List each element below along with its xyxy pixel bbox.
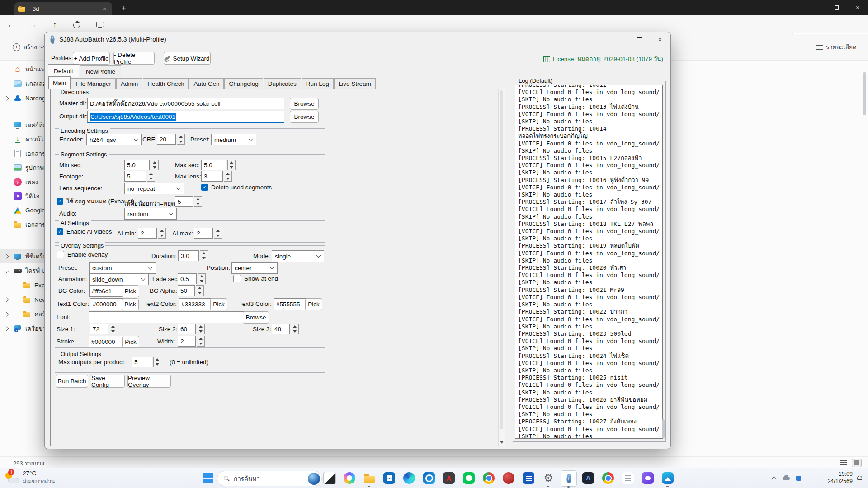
audio-select[interactable]: random (124, 208, 177, 220)
purple-app-icon[interactable] (640, 470, 656, 486)
browse-output-button[interactable]: Browse (290, 111, 319, 123)
log-scrollbar-thumb[interactable] (662, 419, 665, 438)
new-item-button[interactable]: + สร้าง (9, 39, 47, 55)
app-titlebar[interactable]: SJ88 AutoBatch v26.5.3 (Multi-Profile) –… (45, 32, 670, 47)
section-tab[interactable]: Admin (116, 78, 142, 89)
explorer-scrollbar[interactable] (863, 66, 866, 454)
remain-spinner[interactable]: 5 (175, 196, 202, 207)
onedrive-tray-icon[interactable] (783, 477, 790, 480)
position-select[interactable]: center (231, 262, 278, 274)
thumbnail-view-icon[interactable] (852, 459, 862, 467)
text3-pick-button[interactable]: Pick (305, 298, 322, 310)
size1-spinner[interactable]: 72 (90, 324, 117, 334)
red-circle-app-icon[interactable] (501, 470, 516, 486)
chrome-icon[interactable] (481, 470, 496, 486)
up-icon[interactable]: ↑ (48, 19, 61, 31)
delete-profile-button[interactable]: - Delete Profile (113, 52, 155, 65)
explorer-tab[interactable]: 3d × (14, 2, 112, 15)
sidebar-item[interactable]: พีซีเครื่อ (0, 249, 45, 263)
sidebar-item[interactable]: วิดิโอ (0, 189, 45, 204)
list-view-icon[interactable] (839, 459, 848, 466)
font-input[interactable] (89, 311, 245, 323)
explorer-minimize-button[interactable]: – (806, 0, 826, 15)
text1-color-input[interactable]: #000000 (90, 298, 123, 310)
preview-overlay-button[interactable]: Preview Overlay (127, 375, 171, 388)
sidebar-item[interactable]: เอกสาร (0, 218, 45, 232)
max-outputs-spinner[interactable]: 5 (132, 357, 161, 367)
dark-a-app-icon[interactable] (580, 470, 596, 486)
stroke-width-spinner[interactable]: 2 (178, 336, 205, 347)
footage-spinner[interactable]: 5 (124, 171, 155, 182)
expand-chevron-icon[interactable] (5, 312, 9, 317)
scroll-down-icon[interactable] (500, 441, 504, 444)
section-tab[interactable]: Live Stream (334, 78, 376, 89)
outlook-icon[interactable] (421, 470, 437, 486)
app-close-button[interactable]: × (650, 32, 670, 47)
sidebar-item[interactable]: Expor (0, 278, 45, 292)
details-view-button[interactable]: รายละเอียด (816, 40, 857, 54)
expand-chevron-icon[interactable] (5, 254, 9, 259)
word-icon[interactable] (521, 470, 536, 486)
sidebar-item[interactable]: เดสก์ท็อ (0, 118, 45, 132)
file-explorer-icon[interactable] (362, 470, 377, 486)
sidebar-item[interactable]: รูปภาพ (0, 161, 45, 175)
expand-chevron-icon[interactable] (5, 298, 9, 302)
refresh-icon[interactable] (70, 19, 83, 31)
explorer-close-button[interactable]: × (847, 0, 868, 15)
app-maximize-button[interactable] (629, 32, 650, 47)
sidebar-item[interactable]: NewC (0, 292, 45, 307)
explorer-restore-button[interactable] (826, 0, 847, 15)
section-tab[interactable]: Health Check (143, 78, 189, 89)
edge-icon[interactable] (401, 470, 417, 486)
text3-color-input[interactable]: #555555 (274, 298, 307, 310)
photos-app-icon[interactable] (660, 470, 675, 486)
mode-select[interactable]: single (272, 250, 324, 262)
sidebar-item[interactable]: เพลง (0, 175, 45, 189)
text2-color-input[interactable]: #333333 (179, 298, 212, 310)
bg-alpha-spinner[interactable]: 50 (178, 285, 204, 296)
scrollbar-thumb[interactable] (500, 90, 503, 429)
app-minimize-button[interactable]: – (608, 32, 629, 47)
taskbar-search-input[interactable]: การค้นหา (217, 471, 322, 486)
sidebar-item[interactable]: หน้าแรก (0, 62, 45, 76)
notes-app-icon[interactable] (620, 470, 636, 486)
stroke-color-input[interactable]: #000000 (89, 336, 124, 347)
bg-color-pick-button[interactable]: Pick (122, 285, 139, 297)
show-at-end-checkbox[interactable]: Show at end (233, 275, 278, 282)
size3-spinner[interactable]: 48 (272, 324, 299, 334)
encode-preset-select[interactable]: medium (211, 134, 256, 145)
expand-chevron-icon[interactable] (5, 327, 9, 331)
panel-scrollbar[interactable] (498, 89, 505, 446)
sidebar-item[interactable]: คอร์สติ๊ (0, 307, 45, 321)
fade-spinner[interactable]: 0.5 (178, 273, 206, 284)
section-tab[interactable]: Main (48, 76, 71, 89)
black-white-square-icon[interactable] (322, 470, 337, 486)
expand-chevron-icon[interactable] (5, 96, 9, 101)
exhaust-checkbox[interactable]: ✓ใช้ seg จนหมด (Exhaust) (57, 196, 134, 206)
font-browse-button[interactable]: Browse (243, 311, 269, 324)
autobatch-feather-icon[interactable] (561, 470, 577, 487)
tray-app-icon[interactable] (796, 476, 801, 481)
sidebar-item[interactable]: ดาวน์โห (0, 132, 45, 147)
master-dir-input[interactable]: D:/คอร์สติ๊กต๊อก2026/Vdo ex/00000555 sol… (87, 98, 284, 109)
notification-center[interactable] (857, 468, 863, 488)
acrobat-icon[interactable] (441, 470, 457, 486)
crf-spinner[interactable]: 20 (157, 134, 185, 145)
profile-tab[interactable]: NewProfile (80, 65, 121, 77)
sidebar-item[interactable]: แกลเลอรี (0, 76, 45, 91)
output-dir-input[interactable]: C:/Users/sj88s/Videos/test0001 (87, 111, 284, 123)
max-lens-spinner[interactable]: 3 (201, 171, 232, 182)
microsoft-store-icon[interactable] (382, 470, 397, 486)
scrollbar-thumb[interactable] (863, 72, 866, 115)
section-tab[interactable]: Auto Gen (189, 78, 224, 89)
section-tab[interactable]: Duplicates (264, 78, 301, 89)
run-batch-button[interactable]: Run Batch (56, 375, 88, 388)
max-sec-spinner[interactable]: 5.0 (201, 160, 236, 170)
weather-widget[interactable]: 1 27°C มีเมฆบางส่วน (5, 470, 55, 485)
hidden-icons-chevron[interactable] (771, 476, 777, 482)
line-icon[interactable] (461, 470, 476, 486)
save-config-button[interactable]: Save Config (91, 375, 125, 388)
sidebar-item[interactable]: เอกสาร (0, 146, 45, 161)
section-tab[interactable]: Changelog (224, 78, 263, 89)
ai-min-spinner[interactable]: 2 (138, 228, 166, 239)
